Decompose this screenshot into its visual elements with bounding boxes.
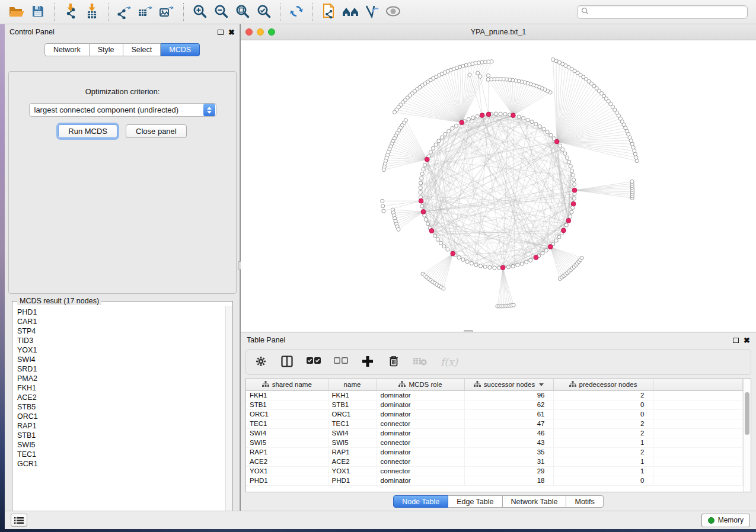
float-table-panel-icon[interactable]: [733, 338, 739, 343]
import-table-button[interactable]: [81, 2, 103, 22]
export-table-button[interactable]: [135, 2, 157, 22]
table-row[interactable]: STB1 STB1 dominator 62 0: [246, 400, 743, 409]
export-network-button[interactable]: [114, 2, 135, 22]
close-table-panel-icon[interactable]: ✖: [744, 336, 750, 344]
open-folder-icon: [8, 4, 25, 20]
column-header-MCDS-role[interactable]: MCDS role: [377, 379, 464, 390]
table-scrollbar-thumb[interactable]: [745, 392, 749, 435]
result-node[interactable]: STB1: [17, 431, 225, 440]
function-icon: f(x): [441, 356, 458, 368]
export-table-icon: [138, 4, 154, 21]
result-node[interactable]: STP4: [17, 326, 225, 336]
result-node[interactable]: SWI5: [17, 440, 225, 450]
sitemap-icon: [262, 381, 269, 389]
delete-button[interactable]: [387, 354, 400, 370]
zoom-out-button[interactable]: [210, 2, 232, 22]
table-panel: Table Panel ✖ f(x) shared namenameMCDS r…: [241, 332, 756, 511]
tab-style[interactable]: Style: [90, 43, 123, 56]
export-image-button[interactable]: [157, 2, 178, 22]
add-button[interactable]: [361, 354, 374, 370]
close-panel-icon[interactable]: ✖: [228, 28, 235, 36]
save-button[interactable]: [27, 2, 49, 22]
vizmapper-button[interactable]: [361, 2, 382, 22]
tab-edge-table[interactable]: Edge Table: [448, 495, 502, 508]
result-node[interactable]: FKH1: [17, 383, 225, 393]
memory-button[interactable]: Memory: [701, 514, 750, 527]
import-network-button[interactable]: [60, 2, 81, 22]
result-node[interactable]: PMA2: [17, 374, 225, 383]
column-header-successor-nodes[interactable]: successor nodes: [464, 379, 553, 390]
network-canvas[interactable]: [241, 40, 756, 331]
network-window: YPA_prune.txt_1: [241, 24, 756, 332]
control-panel-titlebar: Control Panel ✖: [5, 24, 240, 40]
import-table-icon: [85, 4, 99, 21]
zoom-fit-button[interactable]: [232, 2, 253, 22]
refresh-icon: [289, 4, 304, 21]
eye-button[interactable]: [382, 2, 404, 22]
share-document-button[interactable]: [318, 2, 340, 22]
column-header-name[interactable]: name: [328, 379, 377, 390]
close-panel-button[interactable]: Close panel: [126, 124, 187, 138]
toolbar-separator: [183, 3, 184, 21]
toolbar-separator: [280, 3, 280, 21]
optimization-criterion-select[interactable]: largest connected component (undirected): [29, 103, 216, 117]
deselect-all-button[interactable]: [334, 354, 348, 370]
table-row[interactable]: SWI4 SWI4 dominator 46 2: [246, 428, 743, 438]
zoom-in-button[interactable]: [189, 2, 210, 22]
search-network-button[interactable]: [340, 2, 361, 22]
zoom-in-icon: [192, 4, 208, 21]
column-header-predecessor-nodes[interactable]: predecessor nodes: [553, 379, 653, 390]
result-node[interactable]: CAR1: [17, 317, 225, 326]
result-node[interactable]: ACE2: [17, 393, 225, 402]
result-node[interactable]: GCR1: [17, 459, 225, 469]
table-row[interactable]: SWI5 SWI5 connector 43 1: [246, 438, 743, 447]
sitemap-icon: [569, 381, 576, 389]
table-row[interactable]: RAP1 RAP1 dominator 35 2: [246, 447, 743, 457]
export-image-icon: [159, 4, 176, 21]
refresh-button[interactable]: [286, 2, 307, 22]
column-header-shared-name[interactable]: shared name: [246, 379, 328, 390]
tab-network[interactable]: Network: [44, 43, 90, 56]
result-node[interactable]: SWI4: [17, 355, 225, 364]
table-panel-title: Table Panel: [247, 336, 285, 344]
main-toolbar: [0, 0, 756, 24]
gear-button[interactable]: [254, 354, 267, 370]
tab-network-table[interactable]: Network Table: [503, 495, 567, 508]
tab-mcds[interactable]: MCDS: [161, 43, 200, 56]
table-row[interactable]: PHD1 PHD1 dominator 18 0: [246, 476, 743, 485]
run-mcds-button[interactable]: Run MCDS: [58, 124, 117, 138]
float-panel-icon[interactable]: [218, 30, 224, 35]
mcds-result-list[interactable]: PHD1CAR1STP4TID3YOX1SWI4SRD1PMA2FKH1ACE2…: [13, 306, 225, 520]
tab-select[interactable]: Select: [123, 43, 161, 56]
result-node[interactable]: YOX1: [17, 345, 225, 355]
table-row[interactable]: TEC1 TEC1 connector 47 2: [246, 419, 743, 428]
tab-motifs[interactable]: Motifs: [566, 495, 603, 508]
result-node[interactable]: STB5: [17, 402, 225, 412]
result-node[interactable]: ORC1: [17, 412, 225, 421]
export-network-icon: [116, 4, 133, 21]
result-node[interactable]: PHD1: [17, 307, 225, 317]
control-panel: Control Panel ✖ NetworkStyleSelectMCDS O…: [5, 24, 240, 511]
mcds-result-title: MCDS result (17 nodes): [17, 297, 101, 305]
result-node[interactable]: TID3: [17, 336, 225, 345]
result-node[interactable]: SRD1: [17, 364, 225, 374]
table-row[interactable]: FKH1 FKH1 dominator 96 2: [246, 390, 743, 400]
function-button: f(x): [441, 354, 458, 370]
select-all-button[interactable]: [307, 354, 321, 370]
tab-node-table[interactable]: Node Table: [393, 495, 448, 508]
network-window-titlebar[interactable]: YPA_prune.txt_1: [241, 24, 756, 40]
open-folder-button[interactable]: [6, 2, 27, 22]
result-scrollbar[interactable]: [225, 306, 232, 520]
table-row[interactable]: YOX1 YOX1 connector 29 1: [246, 466, 743, 476]
table-row[interactable]: ORC1 ORC1 dominator 61 0: [246, 409, 743, 419]
task-history-button[interactable]: [11, 514, 27, 527]
zoom-selected-button[interactable]: [253, 2, 275, 22]
columns-button[interactable]: [280, 354, 294, 370]
table-scrollbar[interactable]: [743, 379, 751, 492]
sort-desc-icon: [539, 383, 544, 386]
search-box[interactable]: [577, 5, 748, 19]
result-node[interactable]: TEC1: [17, 450, 225, 459]
search-input[interactable]: [589, 8, 744, 16]
table-row[interactable]: ACE2 ACE2 connector 31 1: [246, 457, 743, 466]
result-node[interactable]: RAP1: [17, 421, 225, 431]
